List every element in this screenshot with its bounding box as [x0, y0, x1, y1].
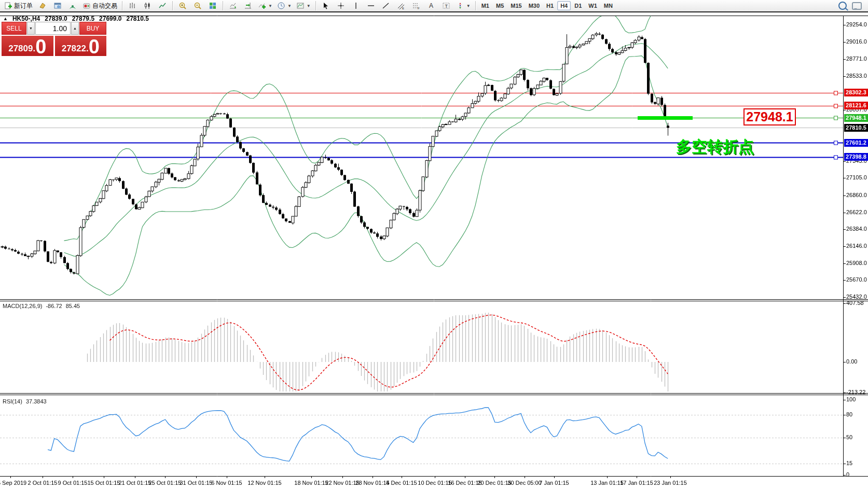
chat-icon[interactable] — [852, 2, 862, 10]
volume-input[interactable]: 1.00 — [35, 22, 71, 35]
price-badge: 28302.3 — [844, 89, 868, 96]
vertical-line-icon — [352, 2, 360, 10]
volume-down-button[interactable]: ▼ — [27, 22, 35, 35]
time-axis-label: 15 Oct 01:15 — [88, 480, 120, 486]
sell-price-big-digit: 0 — [35, 39, 46, 55]
indicators-button[interactable]: ▼ — [256, 0, 274, 11]
vertical-line-button[interactable] — [349, 0, 363, 11]
buy-button[interactable]: BUY — [79, 22, 106, 35]
timeframe-button-m1[interactable]: M1 — [478, 1, 492, 10]
rsi-axis-tick: 0 — [846, 471, 849, 478]
timeframe-button-mn[interactable]: MN — [601, 1, 616, 10]
one-click-trading-panel: SELL ▼ 1.00 ▲ BUY 27809.0 27822.0 — [2, 22, 106, 56]
price-badge: 27601.2 — [844, 139, 868, 147]
auto-scroll-button[interactable] — [226, 0, 240, 11]
text-label-button[interactable]: T — [439, 0, 453, 11]
price-axis-tick: 29016.0 — [846, 38, 867, 45]
price-badge: 28121.6 — [844, 102, 868, 109]
rsi-axis-tick: 15 — [846, 460, 852, 466]
zoom-in-button[interactable] — [175, 0, 190, 11]
candlestick-chart-button[interactable] — [140, 0, 155, 11]
text-icon: A — [427, 2, 435, 10]
crosshair-icon — [337, 2, 345, 10]
timeframe-button-h1[interactable]: H1 — [543, 1, 557, 10]
svg-text:E: E — [402, 7, 404, 10]
symbol-name: HK50-,H4 — [12, 15, 40, 22]
market-window-button[interactable] — [50, 0, 65, 11]
timeframe-button-m5[interactable]: M5 — [493, 1, 507, 10]
buy-price-big-digit: 0 — [89, 39, 100, 55]
chevron-down-icon[interactable]: ▼ — [268, 4, 272, 8]
timeframe-button-m15[interactable]: M15 — [507, 1, 525, 10]
time-axis-label: 25 Sep 2019 — [0, 480, 26, 486]
price-level-label[interactable]: 27948.1 — [743, 108, 796, 125]
time-axis-label: 25 Oct 01:15 — [149, 480, 182, 486]
rsi-axis-tick: 80 — [846, 411, 852, 417]
chevron-down-icon[interactable]: ▼ — [466, 4, 471, 8]
cursor-button[interactable] — [319, 0, 333, 11]
timeframe-button-w1[interactable]: W1 — [585, 1, 600, 10]
svg-text:A: A — [429, 2, 433, 9]
auto-trading-button[interactable]: 自动交易 — [80, 0, 119, 11]
support-line-segment[interactable] — [638, 116, 693, 120]
macd-signal-value: 85.45 — [66, 303, 80, 309]
depth-tag-button[interactable] — [35, 0, 50, 11]
main-toolbar: 新订单自动交易▼▼▼EFAT▼M1M5M15M30H1H4D1W1MN — [0, 0, 868, 12]
buy-price-panel[interactable]: 27822.0 — [55, 36, 107, 56]
market-window-icon — [53, 2, 62, 10]
timeframe-button-h4[interactable]: H4 — [557, 1, 571, 10]
bar-low: 27699.0 — [99, 15, 121, 22]
sell-button[interactable]: SELL — [2, 22, 26, 35]
price-axis-tick: 26146.0 — [846, 243, 867, 249]
bar-close: 27810.5 — [126, 15, 148, 22]
toolbar-separator — [315, 1, 316, 10]
signals-button[interactable] — [65, 0, 80, 11]
line-chart-icon — [158, 2, 167, 10]
tile-windows-button[interactable] — [205, 0, 220, 11]
sell-price-panel[interactable]: 27809.0 — [2, 36, 53, 56]
bar-open: 27839.0 — [45, 15, 67, 22]
new-order-button[interactable]: 新订单 — [2, 0, 35, 11]
chart-shift-button[interactable] — [241, 0, 255, 11]
horizontal-line-button[interactable] — [364, 0, 378, 11]
chevron-down-icon[interactable]: ▼ — [307, 4, 311, 8]
volume-up-button[interactable]: ▲ — [71, 22, 79, 35]
time-axis-label: 10 Dec 01:15 — [418, 480, 451, 486]
bar-chart-button[interactable] — [125, 0, 140, 11]
toolbar-separator — [172, 1, 173, 10]
price-axis-tick: 28533.0 — [846, 73, 867, 79]
collapse-triangle-icon[interactable]: ▲ — [3, 16, 8, 21]
chart-shift-icon — [244, 2, 252, 10]
cursor-icon — [322, 2, 330, 10]
zoom-out-icon — [194, 2, 202, 10]
toolbar-separator — [223, 1, 223, 10]
candlestick-chart-icon — [143, 2, 151, 10]
price-axis-tick: 27105.0 — [846, 174, 867, 180]
timeframe-button-d1[interactable]: D1 — [571, 1, 585, 10]
time-axis-label: 23 Jan 01:15 — [654, 480, 687, 486]
price-axis-tick: 25908.0 — [846, 260, 867, 266]
periods-button[interactable]: ▼ — [275, 0, 294, 11]
crosshair-button[interactable] — [334, 0, 348, 11]
price-badge: 27398.8 — [844, 153, 868, 161]
chevron-down-icon[interactable]: ▼ — [287, 4, 292, 8]
time-axis-label: 28 Nov 01:15 — [355, 480, 389, 486]
timeframe-button-m30[interactable]: M30 — [526, 1, 543, 10]
macd-axis-tick: -213.22 — [846, 389, 865, 395]
price-chart-canvas[interactable] — [0, 13, 868, 489]
fibonacci-button[interactable]: F — [409, 0, 423, 11]
zoom-out-button[interactable] — [190, 0, 205, 11]
search-icon[interactable] — [838, 2, 847, 10]
turning-point-note[interactable]: 多空转折点 — [676, 136, 754, 158]
equidistant-channel-button[interactable]: E — [394, 0, 408, 11]
time-axis-label: 22 Nov 01:15 — [325, 480, 359, 486]
time-axis-label: 16 Dec 01:15 — [448, 480, 481, 486]
trendline-button[interactable] — [379, 0, 393, 11]
templates-button[interactable]: ▼ — [294, 0, 313, 11]
macd-axis-tick: 0.00 — [846, 358, 857, 365]
macd-axis-tick: 407.58 — [846, 300, 864, 306]
trendline-icon — [382, 2, 390, 10]
text-button[interactable]: A — [424, 0, 438, 11]
line-chart-button[interactable] — [155, 0, 170, 11]
arrows-button[interactable]: ▼ — [454, 0, 473, 11]
